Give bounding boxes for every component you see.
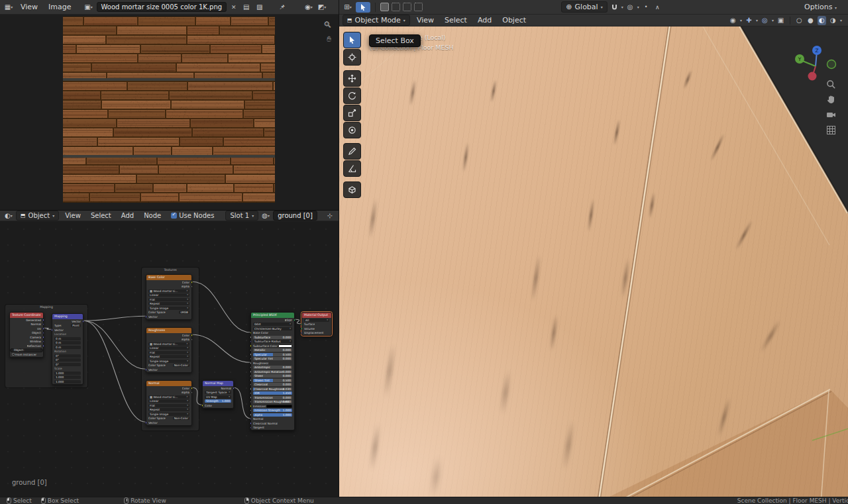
shader-select-menu[interactable]: Select xyxy=(87,211,115,220)
image-new-icon[interactable]: ▤ xyxy=(241,3,252,12)
tool-add-cube-button[interactable] xyxy=(343,181,361,198)
node-socket[interactable] xyxy=(250,375,252,377)
node-socket[interactable] xyxy=(42,340,44,342)
shader-node-menu[interactable]: Node xyxy=(140,211,165,220)
node-socket[interactable] xyxy=(191,334,193,336)
node-socket[interactable] xyxy=(250,401,252,403)
editor-type-shader-icon[interactable]: ◐▾ xyxy=(3,211,14,221)
shader-node-mapping[interactable]: MappingVectorType:PointVectorLocation0 m… xyxy=(52,313,83,385)
node-socket[interactable] xyxy=(42,345,44,347)
node-socket[interactable] xyxy=(191,285,193,287)
node-socket[interactable] xyxy=(293,319,295,321)
node-socket[interactable] xyxy=(250,392,252,394)
node-socket[interactable] xyxy=(250,414,252,416)
node-socket[interactable] xyxy=(233,387,235,389)
tool-scale-button[interactable] xyxy=(343,105,361,121)
shading-solid-icon[interactable]: ● xyxy=(806,16,815,25)
gizmo-x-axis[interactable] xyxy=(808,72,817,81)
node-socket[interactable] xyxy=(51,329,53,331)
node-socket[interactable] xyxy=(201,405,203,407)
tool-transform-button[interactable] xyxy=(343,122,361,138)
node-socket[interactable] xyxy=(250,336,252,338)
navigation-gizmo[interactable]: Z Y xyxy=(792,36,839,83)
image-view-menu[interactable]: View xyxy=(17,2,42,12)
shader-node-tex_rough[interactable]: RoughnessColorAlpha▦ Wood mortar si...✕L… xyxy=(146,327,192,373)
falloff-curve-icon[interactable]: ∧ xyxy=(653,3,662,12)
node-socket[interactable] xyxy=(250,418,252,420)
node-socket[interactable] xyxy=(42,332,44,334)
shader-node-tex_normal[interactable]: NormalColorAlpha▦ Wood mortar si...✕Line… xyxy=(146,380,192,426)
material-browse-icon[interactable]: ◍▾ xyxy=(260,211,271,221)
image-unlink-icon[interactable]: ✕ xyxy=(229,4,238,11)
node-socket[interactable] xyxy=(82,321,84,323)
viewport-zoom-icon[interactable] xyxy=(826,79,836,92)
select-mode-intersect-icon[interactable] xyxy=(414,3,423,11)
node-socket[interactable] xyxy=(250,405,252,407)
node-socket[interactable] xyxy=(301,323,303,325)
snap-target-icon[interactable]: ⊹ xyxy=(325,211,335,221)
node-socket[interactable] xyxy=(250,409,252,411)
node-socket[interactable] xyxy=(191,387,193,389)
mode-dropdown[interactable]: ⬒ Object Mode▾ xyxy=(343,15,410,26)
shader-node-output[interactable]: Material OutputAll▾SurfaceVolumeDisplace… xyxy=(301,312,332,336)
shader-node-normalmap[interactable]: Normal MapNormalTangent Space▾UV Map▾Str… xyxy=(202,380,234,409)
shading-wireframe-icon[interactable]: ○ xyxy=(795,16,804,25)
node-socket[interactable] xyxy=(250,345,252,347)
viewport-ortho-grid-icon[interactable] xyxy=(826,125,836,138)
node-socket[interactable] xyxy=(250,362,252,364)
shader-add-menu[interactable]: Add xyxy=(117,211,138,220)
select-mode-subtract-icon[interactable] xyxy=(403,3,411,11)
transform-orientation-dropdown[interactable]: ⊕ Global▾ xyxy=(561,1,607,13)
use-nodes-checkbox[interactable] xyxy=(171,213,177,219)
node-socket[interactable] xyxy=(250,371,252,373)
shading-rendered-icon[interactable]: ◑ xyxy=(829,16,837,25)
viewport-pan-hand-icon[interactable] xyxy=(826,95,836,107)
viewport-camera-icon[interactable] xyxy=(826,110,836,123)
node-socket[interactable] xyxy=(250,354,252,356)
node-canvas[interactable]: TexturesMapping Texture CoordinateGenera… xyxy=(0,221,339,497)
tool-annotate-button[interactable] xyxy=(343,143,361,160)
proportional-editing-icon[interactable]: ◎ xyxy=(626,3,635,12)
node-socket[interactable] xyxy=(145,316,147,318)
shader-view-menu[interactable]: View xyxy=(61,211,85,220)
vp-view-menu[interactable]: View xyxy=(413,15,438,25)
image-open-icon[interactable]: ▨ xyxy=(254,3,265,12)
tool-measure-button[interactable] xyxy=(343,160,361,177)
shader-node-tex_base[interactable]: Base ColorColorAlpha▦ Wood mortar si...✕… xyxy=(146,274,192,320)
editor-type-viewport-icon[interactable]: ⊞▾ xyxy=(343,3,353,12)
image-pin-icon[interactable]: 📌︎ xyxy=(277,3,288,12)
slot-dropdown[interactable]: Slot 1▾ xyxy=(225,211,258,221)
material-name-field[interactable]: ground [0] xyxy=(273,211,317,221)
node-socket[interactable] xyxy=(250,427,252,428)
node-socket[interactable] xyxy=(42,336,44,338)
toggle-xray-icon[interactable]: ▣ xyxy=(776,16,785,25)
image-pan-hand-icon[interactable]: ✋︎ xyxy=(327,34,331,44)
image-channels-icon[interactable]: ◉▾ xyxy=(303,3,314,12)
shading-material-icon[interactable]: ◐ xyxy=(818,16,826,25)
node-socket[interactable] xyxy=(250,340,252,342)
image-editor-canvas[interactable]: 🔍︎ ✋︎ xyxy=(0,15,339,210)
node-socket[interactable] xyxy=(191,391,193,393)
gizmo-y-neg-axis[interactable] xyxy=(827,60,836,69)
image-zoom-icon[interactable]: 🔍︎ xyxy=(323,20,332,30)
vp-select-menu[interactable]: Select xyxy=(441,15,471,25)
shader-node-principled[interactable]: Principled BSDFBSDFGGX▾Christensen-Burle… xyxy=(250,312,295,430)
editor-type-image-icon[interactable]: ▦▾ xyxy=(3,3,14,12)
node-socket[interactable] xyxy=(145,422,147,424)
node-socket[interactable] xyxy=(42,328,44,330)
tool-cursor-button[interactable] xyxy=(343,49,361,66)
image-name-field[interactable]: Wood mortar size 0005 color 1K.png xyxy=(97,2,227,12)
tool-rotate-button[interactable] xyxy=(343,87,361,104)
node-socket[interactable] xyxy=(250,349,252,351)
vp-object-menu[interactable]: Object xyxy=(498,15,530,25)
image-image-menu[interactable]: Image xyxy=(44,2,75,12)
node-row-from-instancer[interactable]: From Instancer xyxy=(10,352,43,357)
node-socket[interactable] xyxy=(250,423,252,425)
show-gizmo-icon[interactable]: ✚ xyxy=(745,16,753,25)
node-socket[interactable] xyxy=(191,281,193,283)
node-socket[interactable] xyxy=(250,397,252,399)
tool-select-box-button[interactable] xyxy=(343,32,361,48)
node-socket[interactable] xyxy=(250,388,252,390)
node-socket[interactable] xyxy=(301,328,303,330)
shader-scope-dropdown[interactable]: ⬒ Object▾ xyxy=(16,211,59,221)
